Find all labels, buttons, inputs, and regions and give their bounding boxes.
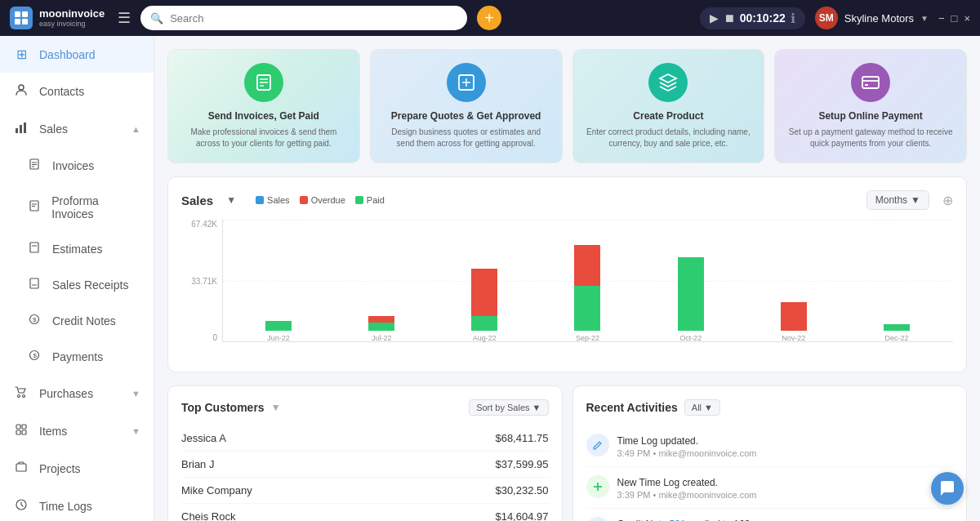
sidebar-label-credit-notes: Credit Notes [52, 314, 116, 327]
sort-by-sales-button[interactable]: Sort by Sales ▼ [469, 399, 548, 416]
recent-activities-card: Recent Activities All ▼ Time Log updated… [572, 385, 968, 521]
customers-dropdown-icon[interactable]: ▼ [271, 402, 281, 413]
sidebar: ⊞ Dashboard Contacts Sales ▲ Invoices [0, 36, 154, 521]
activities-filter-label: All [692, 403, 702, 412]
sidebar-item-projects[interactable]: Projects [0, 450, 154, 488]
bar-paid-dec [884, 324, 910, 331]
add-button[interactable]: + [477, 6, 501, 30]
sidebar-item-payments[interactable]: $ Payments [0, 339, 154, 375]
bar-group-nov: Nov-22 [744, 220, 844, 342]
search-input[interactable] [170, 12, 457, 24]
promo-icon-invoices [244, 63, 283, 102]
avatar: SM [815, 7, 838, 29]
activity-icon-1 [586, 475, 609, 498]
chart-section: Sales ▼ Sales Overdue Paid [167, 176, 967, 372]
app-name: mooninvoice [39, 8, 105, 20]
activity-text-2: Credit Note 531 applied to 160. [617, 517, 757, 521]
credit-notes-icon: $ [26, 314, 42, 328]
promo-title-payment: Setup Online Payment [788, 110, 953, 122]
sidebar-item-proforma[interactable]: Proforma Invoices [0, 184, 154, 231]
svg-rect-0 [15, 11, 20, 17]
minimize-icon[interactable]: − [938, 12, 945, 24]
time-logs-icon [13, 498, 29, 514]
chart-title: Sales [181, 194, 213, 207]
bar-group-jun: Jun-22 [229, 220, 328, 342]
activities-filter-button[interactable]: All ▼ [684, 399, 720, 416]
svg-point-4 [19, 85, 24, 90]
legend-sales-dot [256, 196, 264, 204]
sidebar-item-credit-notes[interactable]: $ Credit Notes [0, 303, 154, 339]
bar-paid-aug [471, 316, 497, 331]
promo-card-product[interactable]: Create Product Enter correct product det… [572, 49, 765, 163]
sidebar-item-estimates[interactable]: Estimates [0, 231, 154, 267]
user-area[interactable]: SM Skyline Motors ▼ [815, 7, 929, 29]
activity-item-1: New Time Log created. 3:39 PM • mike@moo… [586, 467, 954, 509]
sidebar-item-sales[interactable]: Sales ▲ [0, 110, 154, 148]
activities-title: Recent Activities [586, 401, 678, 414]
promo-card-invoices[interactable]: Send Invoices, Get Paid Make professiona… [167, 49, 360, 163]
activity-item-2: Credit Note 531 applied to 160. 2:57 PM … [586, 509, 954, 521]
chart-settings-icon[interactable]: ⊕ [942, 193, 953, 208]
chat-button[interactable] [931, 472, 964, 505]
legend-overdue-dot [300, 196, 308, 204]
svg-rect-25 [22, 425, 26, 429]
sidebar-item-invoices[interactable]: Invoices [0, 148, 154, 184]
svg-rect-15 [30, 243, 38, 252]
activity-content-0: Time Log updated. 3:49 PM • mike@mooninv… [617, 434, 757, 458]
promo-card-quotes[interactable]: Prepare Quotes & Get Approved Design bus… [370, 49, 563, 163]
sidebar-item-time-logs[interactable]: Time Logs [0, 488, 154, 521]
customer-amount-1: $37,599.95 [495, 458, 548, 470]
sidebar-label-time-logs: Time Logs [39, 500, 92, 513]
months-filter-button[interactable]: Months ▼ [866, 190, 929, 210]
svg-rect-37 [862, 77, 879, 88]
chart-header: Sales ▼ Sales Overdue Paid [181, 190, 953, 210]
bar-label-nov: Nov-22 [782, 334, 805, 342]
customers-list: Jessica A $68,411.75 Brian J $37,599.95 … [181, 425, 549, 521]
legend-overdue-label: Overdue [311, 195, 345, 205]
bar-paid-sep [574, 286, 600, 331]
sidebar-item-sales-receipts[interactable]: Sales Receipts [0, 267, 154, 303]
svg-rect-7 [24, 122, 26, 133]
y-label-mid: 33.71K [191, 277, 217, 286]
play-icon[interactable]: ▶ [710, 11, 719, 24]
menu-icon[interactable]: ☰ [118, 9, 131, 27]
svg-rect-1 [22, 11, 28, 17]
sidebar-label-invoices: Invoices [52, 159, 94, 172]
promo-desc-invoices: Make professional invoices & send them a… [181, 127, 346, 149]
items-icon [13, 423, 29, 439]
company-name: Skyline Motors [844, 12, 914, 24]
sidebar-item-contacts[interactable]: Contacts [0, 73, 154, 110]
chart-dropdown-icon[interactable]: ▼ [226, 194, 236, 206]
activity-icon-0 [586, 434, 609, 456]
purchases-icon [13, 385, 29, 402]
sort-label: Sort by Sales [476, 403, 529, 412]
chart-area: 67.42K 33.71K 0 [181, 220, 953, 358]
promo-card-payment[interactable]: Setup Online Payment Set up a payment ga… [774, 49, 967, 163]
sidebar-label-sales: Sales [39, 122, 68, 136]
sidebar-item-items[interactable]: Items ▼ [0, 412, 154, 450]
sort-chevron-icon: ▼ [532, 403, 541, 412]
proforma-icon [26, 200, 42, 215]
stop-icon[interactable]: ⏹ [724, 11, 735, 24]
bar-paid-oct [678, 257, 704, 331]
app-tagline: easy invoicing [39, 20, 105, 28]
months-chevron-icon: ▼ [911, 194, 920, 206]
list-item: Cheis Rock $14,604.97 [181, 504, 549, 521]
sidebar-item-purchases[interactable]: Purchases ▼ [0, 375, 154, 412]
close-icon[interactable]: × [964, 12, 970, 24]
svg-text:$: $ [33, 316, 37, 323]
activity-content-1: New Time Log created. 3:39 PM • mike@moo… [617, 475, 757, 500]
sidebar-item-dashboard[interactable]: ⊞ Dashboard [0, 36, 154, 73]
customer-amount-2: $30,232.50 [495, 484, 548, 497]
sales-icon [13, 121, 29, 137]
items-arrow-icon: ▼ [131, 426, 140, 436]
list-item: Jessica A $68,411.75 [181, 425, 549, 452]
info-icon[interactable]: ℹ [791, 11, 795, 26]
activity-item-0: Time Log updated. 3:49 PM • mike@mooninv… [586, 425, 954, 467]
bar-overdue-sep [574, 245, 600, 286]
promo-title-quotes: Prepare Quotes & Get Approved [384, 110, 549, 122]
maximize-icon[interactable]: □ [951, 12, 958, 24]
customer-amount-3: $14,604.97 [495, 510, 548, 521]
estimates-icon [26, 242, 42, 256]
logo: mooninvoice easy invoicing [10, 7, 105, 29]
